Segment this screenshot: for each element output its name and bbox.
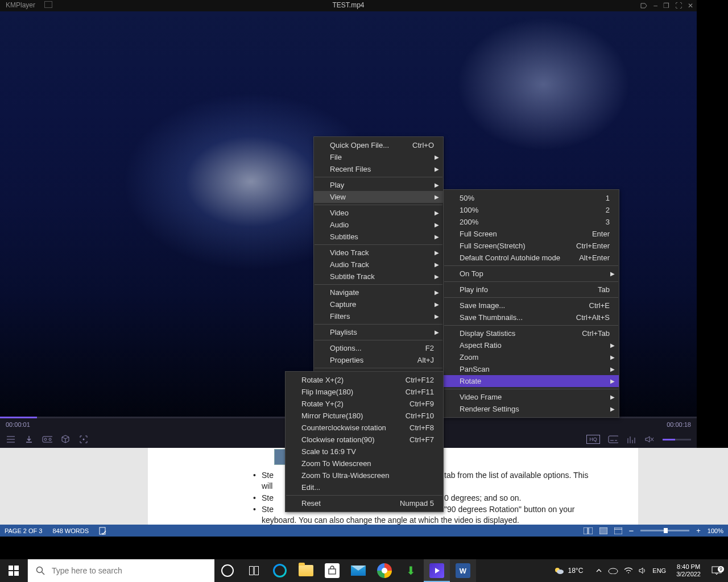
menu-item[interactable]: Aspect Ratio▶ bbox=[444, 339, 619, 351]
submenu-arrow-icon: ▶ bbox=[610, 376, 615, 386]
zoom-slider[interactable] bbox=[640, 530, 689, 531]
zoom-in[interactable]: + bbox=[696, 526, 701, 535]
svg-point-27 bbox=[557, 569, 564, 574]
action-center[interactable]: 9 bbox=[705, 566, 728, 575]
menu-item[interactable]: Filters▶ bbox=[314, 310, 443, 322]
menu-item[interactable]: Full ScreenEnter bbox=[444, 228, 619, 240]
menu-item[interactable]: Video▶ bbox=[314, 207, 443, 219]
volume-icon[interactable] bbox=[639, 567, 647, 574]
menu-item[interactable]: Rotate Y+(2)Ctrl+F9 bbox=[286, 398, 443, 410]
taskbar-search[interactable] bbox=[27, 559, 214, 582]
minimize-button[interactable]: – bbox=[653, 2, 657, 10]
menu-item[interactable]: Edit... bbox=[286, 481, 443, 493]
menu-item[interactable]: Zoom▶ bbox=[444, 351, 619, 363]
mail-app[interactable] bbox=[345, 559, 371, 582]
vr-icon[interactable] bbox=[42, 434, 52, 444]
chrome-app[interactable] bbox=[371, 559, 398, 582]
menu-item[interactable]: 100%2 bbox=[444, 204, 619, 216]
equalizer-icon[interactable] bbox=[626, 434, 636, 444]
print-layout-icon[interactable] bbox=[599, 527, 607, 534]
search-input[interactable] bbox=[51, 566, 201, 576]
spellcheck-icon[interactable] bbox=[99, 527, 108, 535]
menu-item[interactable]: Full Screen(Stretch)Ctrl+Enter bbox=[444, 240, 619, 252]
menu-item[interactable]: File▶ bbox=[314, 151, 443, 163]
pin-icon[interactable] bbox=[640, 2, 648, 10]
kmp-titlebar[interactable]: KMPlayer TEST.mp4 – ❐ ⛶ ✕ bbox=[0, 0, 697, 11]
menu-item[interactable]: Counterclockwise rotationCtrl+F8 bbox=[286, 422, 443, 434]
menu-item[interactable]: Options...F2 bbox=[314, 342, 443, 354]
taskbar-clock[interactable]: 8:40 PM 3/2/2022 bbox=[672, 563, 705, 578]
cube-icon[interactable] bbox=[60, 434, 71, 444]
restore-button[interactable]: ❐ bbox=[663, 2, 669, 10]
menu-item[interactable]: PropertiesAlt+J bbox=[314, 354, 443, 366]
close-button[interactable]: ✕ bbox=[688, 2, 693, 10]
menu-item[interactable]: Renderer Settings▶ bbox=[444, 403, 619, 415]
onedrive-icon[interactable] bbox=[608, 567, 618, 574]
subtitles-icon[interactable] bbox=[608, 434, 618, 444]
word-app[interactable]: W bbox=[450, 559, 476, 582]
weather-widget[interactable]: 18°C bbox=[547, 565, 590, 576]
kmplayer-app[interactable] bbox=[424, 559, 450, 582]
download-app[interactable]: ⬇ bbox=[398, 559, 424, 582]
menu-item[interactable]: PanScan▶ bbox=[444, 363, 619, 375]
task-view-button[interactable] bbox=[241, 559, 267, 582]
menu-item[interactable]: Recent Files▶ bbox=[314, 163, 443, 175]
menu-item[interactable]: Subtitle Track▶ bbox=[314, 271, 443, 282]
ms-store-app[interactable] bbox=[319, 559, 345, 582]
volume-slider[interactable] bbox=[663, 439, 691, 440]
menu-item[interactable]: Subtitles▶ bbox=[314, 231, 443, 243]
menu-item[interactable]: Playlists▶ bbox=[314, 326, 443, 338]
menu-item[interactable]: Audio▶ bbox=[314, 219, 443, 231]
menu-item[interactable]: Zoom To Ultra-Widescreen bbox=[286, 469, 443, 481]
menu-item[interactable]: Rotate X+(2)Ctrl+F12 bbox=[286, 374, 443, 386]
hq-icon[interactable]: HQ bbox=[586, 435, 600, 444]
menu-item[interactable]: Clockwise rotation(90)Ctrl+F7 bbox=[286, 434, 443, 446]
menu-item[interactable]: Audio Track▶ bbox=[314, 259, 443, 271]
menu-item[interactable]: Scale to 16:9 TV bbox=[286, 446, 443, 458]
menu-item[interactable]: 200%3 bbox=[444, 216, 619, 228]
menu-item[interactable]: Rotate▶ bbox=[444, 375, 619, 387]
menu-item[interactable]: Video Frame▶ bbox=[444, 391, 619, 403]
menu-item[interactable]: Save Image...Ctrl+E bbox=[444, 300, 619, 311]
menu-item[interactable]: Display StatisticsCtrl+Tab bbox=[444, 327, 619, 339]
read-mode-icon[interactable] bbox=[584, 527, 593, 534]
context-menu-main[interactable]: Quick Open File...Ctrl+OFile▶Recent File… bbox=[313, 136, 444, 373]
menu-item[interactable]: Default Control Autohide modeAlt+Enter bbox=[444, 252, 619, 264]
language-icon[interactable]: ENG bbox=[652, 567, 666, 574]
zoom-out[interactable]: − bbox=[629, 526, 634, 535]
download-icon[interactable] bbox=[24, 434, 34, 444]
focus-icon[interactable] bbox=[78, 434, 89, 444]
menu-item[interactable]: Save Thumbnails...Ctrl+Alt+S bbox=[444, 311, 619, 323]
menu-item[interactable]: Zoom To Widescreen bbox=[286, 458, 443, 469]
menu-item[interactable]: Play infoTab bbox=[444, 284, 619, 296]
edge-app[interactable] bbox=[267, 559, 293, 582]
menu-item[interactable]: ResetNumpad 5 bbox=[286, 497, 443, 509]
word-page-count[interactable]: PAGE 2 OF 3 bbox=[5, 527, 42, 534]
menu-item[interactable]: Flip Image(180)Ctrl+F11 bbox=[286, 386, 443, 398]
playlist-icon[interactable] bbox=[6, 434, 16, 444]
context-menu-view[interactable]: 50%1100%2200%3Full ScreenEnterFull Scree… bbox=[443, 189, 619, 418]
menu-item[interactable]: 50%1 bbox=[444, 192, 619, 204]
context-menu-rotate[interactable]: Rotate X+(2)Ctrl+F12Flip Image(180)Ctrl+… bbox=[285, 371, 444, 512]
wifi-icon[interactable] bbox=[624, 567, 633, 574]
file-explorer-app[interactable] bbox=[293, 559, 319, 582]
zoom-level[interactable]: 100% bbox=[708, 527, 723, 534]
menu-item[interactable]: On Top▶ bbox=[444, 268, 619, 280]
cortana-button[interactable] bbox=[214, 559, 241, 582]
mute-icon[interactable] bbox=[644, 434, 655, 444]
menu-item[interactable]: Video Track▶ bbox=[314, 247, 443, 259]
menu-item[interactable]: View▶ bbox=[314, 191, 443, 203]
menu-item[interactable]: Mirror Picture(180)Ctrl+F10 bbox=[286, 410, 443, 422]
bullet: • bbox=[253, 493, 256, 502]
start-button[interactable] bbox=[0, 559, 27, 582]
word-word-count[interactable]: 848 WORDS bbox=[52, 527, 89, 534]
tray-chevron-up-icon[interactable] bbox=[595, 567, 602, 574]
menu-item[interactable]: Navigate▶ bbox=[314, 286, 443, 298]
web-layout-icon[interactable] bbox=[614, 527, 622, 534]
menu-item[interactable]: Capture▶ bbox=[314, 298, 443, 310]
menu-item[interactable]: Quick Open File...Ctrl+O bbox=[314, 139, 443, 151]
fullscreen-button[interactable]: ⛶ bbox=[675, 2, 682, 10]
svg-point-10 bbox=[44, 438, 47, 440]
word-text: Ste bbox=[262, 493, 274, 502]
menu-item[interactable]: Play▶ bbox=[314, 179, 443, 191]
